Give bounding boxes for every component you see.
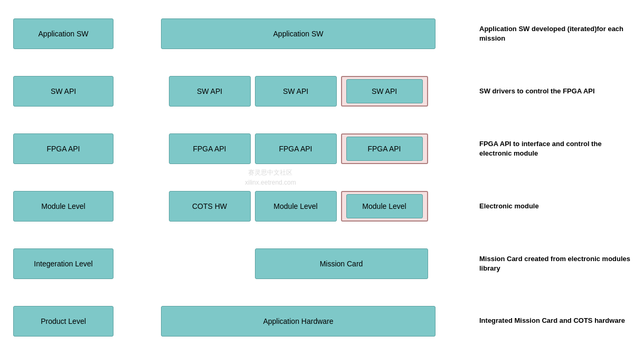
box-product-left: Product Level <box>13 306 113 337</box>
box-mission-card: Mission Card <box>255 248 428 279</box>
desc-sw-api: SW drivers to control the FPGA API <box>475 84 639 98</box>
grid-row-product: Application Hardware <box>121 306 475 337</box>
desc-app-sw: Application SW developed (iterated)for e… <box>475 22 639 45</box>
grid-row-sw-api: SW API SW API SW API <box>121 76 475 107</box>
box-sw-api-col1: SW API <box>169 76 251 107</box>
box-module-left: Module Level <box>13 191 113 222</box>
desc-product: Integrated Mission Card and COTS hardwar… <box>475 314 639 328</box>
grid-row-module: COTS HW Module Level Module Level <box>121 191 475 222</box>
row-product-level: Product Level Application Hardware Integ… <box>5 292 639 350</box>
box-app-sw-wide: Application SW <box>161 18 435 49</box>
box-module-col3: Module Level <box>346 194 423 218</box>
grid-row-fpga-api: FPGA API FPGA API FPGA API <box>121 133 475 164</box>
row-app-sw: Application SW Application SW Applicatio… <box>5 5 639 63</box>
desc-fpga-api: FPGA API to interface and control the el… <box>475 137 639 160</box>
desc-mission-card: Mission Card created from electronic mod… <box>475 252 639 275</box>
cots-spacer <box>169 248 251 279</box>
box-app-hardware: Application Hardware <box>161 306 435 337</box>
desc-module: Electronic module <box>475 199 639 213</box>
box-cots-hw: COTS HW <box>169 191 251 222</box>
left-label-integration: Integeration Level <box>5 246 121 281</box>
box-sw-api-col3: SW API <box>346 79 423 103</box>
pink-sw-api: SW API <box>341 76 428 107</box>
pink-module: Module Level <box>341 191 428 222</box>
row-mission-card: Integeration Level Mission Card Mission … <box>5 235 639 292</box>
diagram-container: Application SW Application SW Applicatio… <box>0 0 644 355</box>
box-integration-left: Integeration Level <box>13 248 113 279</box>
left-label-module: Module Level <box>5 189 121 224</box>
left-label-product: Product Level <box>5 304 121 339</box>
row-module-level: Module Level COTS HW Module Level Module… <box>5 177 639 235</box>
box-module-col2: Module Level <box>255 191 337 222</box>
box-app-sw-left: Application SW <box>13 18 113 49</box>
box-fpga-api-col3: FPGA API <box>346 137 423 161</box>
grid-row-app-sw: Application SW <box>121 18 475 49</box>
box-sw-api-left: SW API <box>13 76 113 107</box>
box-fpga-api-left: FPGA API <box>13 133 113 164</box>
box-sw-api-col2: SW API <box>255 76 337 107</box>
left-label-fpga-api: FPGA API <box>5 131 121 166</box>
box-fpga-api-col1: FPGA API <box>169 133 251 164</box>
grid-row-mission: Mission Card <box>121 248 475 279</box>
box-fpga-api-col2: FPGA API <box>255 133 337 164</box>
row-fpga-api: FPGA API FPGA API FPGA API FPGA API FPGA… <box>5 120 639 178</box>
left-label-sw-api: SW API <box>5 74 121 109</box>
row-sw-api: SW API SW API SW API SW API SW drivers t… <box>5 63 639 120</box>
pink-fpga-api: FPGA API <box>341 133 428 164</box>
left-label-app-sw: Application SW <box>5 16 121 51</box>
